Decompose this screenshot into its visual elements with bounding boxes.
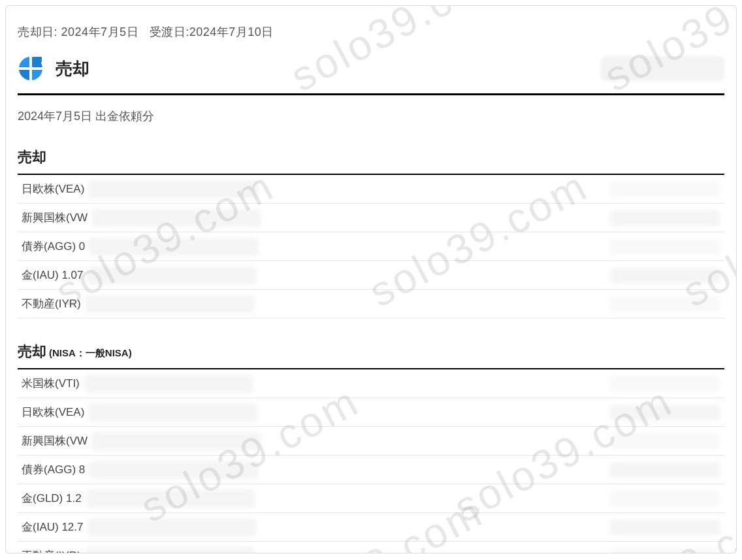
asset-detail-redacted <box>88 180 258 198</box>
settlement-date: 受渡日:2024年7月10日 <box>150 25 274 39</box>
asset-amount-redacted <box>609 376 720 392</box>
table-row: 米国株(VTI) <box>18 369 724 398</box>
asset-name: 日欧株(VEA) <box>22 405 84 420</box>
sale-date: 売却日: 2024年7月5日 <box>18 25 138 39</box>
table-row: 債券(AGG) 8 <box>18 456 724 484</box>
asset-amount-redacted <box>609 268 720 283</box>
asset-detail-redacted <box>89 461 259 479</box>
table-row: 新興国株(VW <box>18 427 724 456</box>
table-row: 日欧株(VEA) <box>18 398 724 427</box>
pie-arrow-icon <box>18 55 44 82</box>
asset-detail-redacted <box>85 295 255 313</box>
asset-name: 新興国株(VW <box>22 210 88 225</box>
table-row: 新興国株(VW <box>18 204 724 232</box>
asset-amount-redacted <box>609 181 720 197</box>
asset-detail-redacted <box>91 432 261 450</box>
asset-amount-redacted <box>609 433 720 449</box>
asset-name: 不動産(IYR) <box>22 548 81 553</box>
asset-detail-redacted <box>89 238 259 256</box>
asset-amount-redacted <box>609 548 720 554</box>
asset-name: 米国株(VTI) <box>22 376 80 391</box>
asset-name: 新興国株(VW <box>22 433 88 448</box>
section-heading-sub: (NISA：一般NISA) <box>49 347 132 360</box>
asset-name: 金(IAU) 12.7 <box>22 520 83 535</box>
asset-amount-redacted <box>609 405 720 420</box>
section-heading: 売却(NISA：一般NISA) <box>18 342 724 369</box>
asset-name: 日欧株(VEA) <box>22 181 84 196</box>
asset-amount-redacted <box>609 520 720 535</box>
asset-amount-redacted <box>609 239 720 255</box>
table-row: 金(IAU) 12.7 <box>18 513 724 542</box>
asset-amount-redacted <box>609 462 720 478</box>
asset-detail-redacted <box>91 209 261 227</box>
asset-detail-redacted <box>85 547 255 554</box>
asset-detail-redacted <box>84 375 253 393</box>
section-heading: 売却 <box>18 148 724 175</box>
sale-section: 売却日欧株(VEA)新興国株(VW債券(AGG) 0金(IAU) 1.07不動産… <box>18 148 724 319</box>
table-row: 金(GLD) 1.2 <box>18 484 724 513</box>
asset-name: 金(IAU) 1.07 <box>22 268 83 283</box>
sale-section: 売却(NISA：一般NISA)米国株(VTI)日欧株(VEA)新興国株(VW債券… <box>18 342 724 553</box>
svg-rect-1 <box>18 67 44 70</box>
section-heading-main: 売却 <box>18 148 46 167</box>
title-row: 売却 <box>18 55 724 95</box>
table-row: 不動産(IYR) <box>18 290 724 319</box>
table-row: 金(IAU) 1.07 <box>18 261 724 290</box>
asset-amount-redacted <box>609 296 720 312</box>
table-row: 日欧株(VEA) <box>18 175 724 204</box>
table-row: 不動産(IYR) <box>18 542 724 553</box>
svg-rect-3 <box>40 57 42 62</box>
total-amount-redacted <box>600 56 724 81</box>
asset-name: 債券(AGG) 8 <box>22 462 85 477</box>
page-title: 売却 <box>56 57 89 80</box>
withdrawal-request-line: 2024年7月5日 出金依頼分 <box>18 108 724 124</box>
section-heading-main: 売却 <box>18 342 46 362</box>
date-line: 売却日: 2024年7月5日 受渡日:2024年7月10日 <box>18 24 724 40</box>
asset-amount-redacted <box>609 491 720 506</box>
asset-amount-redacted <box>609 210 720 226</box>
asset-detail-redacted <box>87 266 257 285</box>
table-row: 債券(AGG) 0 <box>18 232 724 261</box>
asset-name: 債券(AGG) 0 <box>22 239 85 254</box>
asset-name: 不動産(IYR) <box>22 296 81 311</box>
asset-detail-redacted <box>86 490 255 508</box>
transaction-card: 売却日: 2024年7月5日 受渡日:2024年7月10日 売却 <box>5 5 737 553</box>
asset-detail-redacted <box>87 518 257 537</box>
asset-name: 金(GLD) 1.2 <box>22 491 82 506</box>
asset-detail-redacted <box>88 403 258 422</box>
